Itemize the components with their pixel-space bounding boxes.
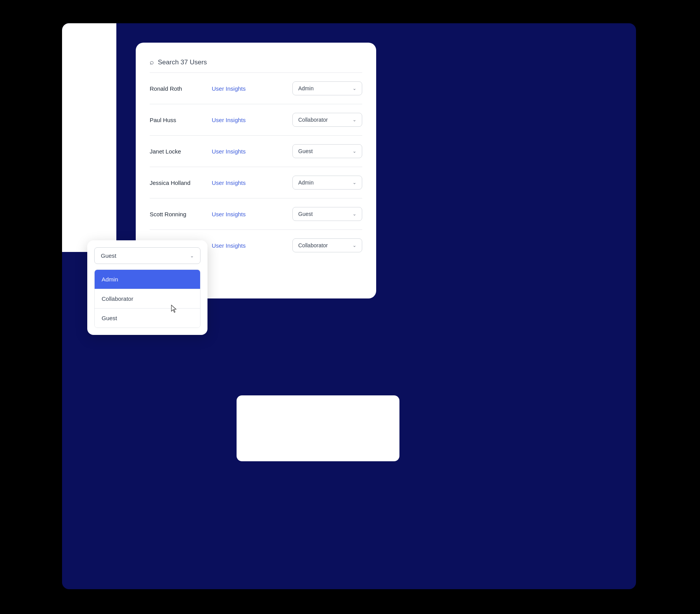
table-row: Scott Ronning User Insights Guest ⌄ xyxy=(150,198,362,230)
user-insights-link[interactable]: User Insights xyxy=(212,211,292,217)
role-dropdown[interactable]: Guest ⌄ xyxy=(292,144,362,158)
dropdown-selected[interactable]: Guest ⌄ xyxy=(94,247,200,264)
chevron-down-icon: ⌄ xyxy=(353,211,356,217)
user-insights-link[interactable]: User Insights xyxy=(212,179,292,186)
role-label: Admin xyxy=(298,179,314,186)
table-row: Ronald Roth User Insights Admin ⌄ xyxy=(150,73,362,104)
role-label: Guest xyxy=(298,211,313,217)
role-dropdown[interactable]: Admin ⌄ xyxy=(292,176,362,190)
role-dropdown[interactable]: Collaborator ⌄ xyxy=(292,238,362,252)
chevron-down-icon: ⌄ xyxy=(353,180,356,185)
user-insights-link[interactable]: User Insights xyxy=(212,117,292,123)
role-label: Guest xyxy=(298,148,313,154)
bottom-right-card xyxy=(237,395,399,461)
role-label: Collaborator xyxy=(298,117,328,123)
chevron-down-icon: ⌄ xyxy=(353,117,356,122)
search-bar[interactable]: ⌕ Search 37 Users xyxy=(150,58,362,73)
user-insights-link[interactable]: User Insights xyxy=(212,148,292,155)
user-insights-link[interactable]: User Insights xyxy=(212,242,292,249)
search-icon: ⌕ xyxy=(150,58,154,66)
dropdown-option[interactable]: Guest xyxy=(95,309,200,328)
left-panel xyxy=(62,23,116,252)
role-dropdown[interactable]: Collaborator ⌄ xyxy=(292,113,362,127)
table-row: Paul Huss User Insights Collaborator ⌄ xyxy=(150,104,362,136)
role-dropdown[interactable]: Admin ⌄ xyxy=(292,81,362,95)
chevron-down-icon: ⌄ xyxy=(190,253,194,259)
dropdown-selected-label: Guest xyxy=(101,252,116,259)
user-name: Jessica Holland xyxy=(150,179,212,186)
table-row: Janet Locke User Insights Guest ⌄ xyxy=(150,136,362,167)
search-input[interactable]: Search 37 Users xyxy=(158,59,207,66)
user-name: Paul Huss xyxy=(150,117,212,123)
table-row: Jessica Holland User Insights Admin ⌄ xyxy=(150,167,362,198)
user-name: Scott Ronning xyxy=(150,211,212,217)
dropdown-option[interactable]: Admin xyxy=(95,270,200,289)
user-name: Ronald Roth xyxy=(150,85,212,92)
chevron-down-icon: ⌄ xyxy=(353,86,356,91)
role-label: Admin xyxy=(298,85,314,91)
role-label: Collaborator xyxy=(298,242,328,248)
user-list: Ronald Roth User Insights Admin ⌄ Paul H… xyxy=(150,73,362,261)
dropdown-popup: Guest ⌄ AdminCollaboratorGuest xyxy=(87,240,207,335)
dropdown-option[interactable]: Collaborator xyxy=(95,289,200,309)
user-insights-link[interactable]: User Insights xyxy=(212,85,292,92)
chevron-down-icon: ⌄ xyxy=(353,243,356,248)
user-name: Janet Locke xyxy=(150,148,212,155)
dropdown-options: AdminCollaboratorGuest xyxy=(94,269,200,328)
role-dropdown[interactable]: Guest ⌄ xyxy=(292,207,362,221)
chevron-down-icon: ⌄ xyxy=(353,148,356,154)
